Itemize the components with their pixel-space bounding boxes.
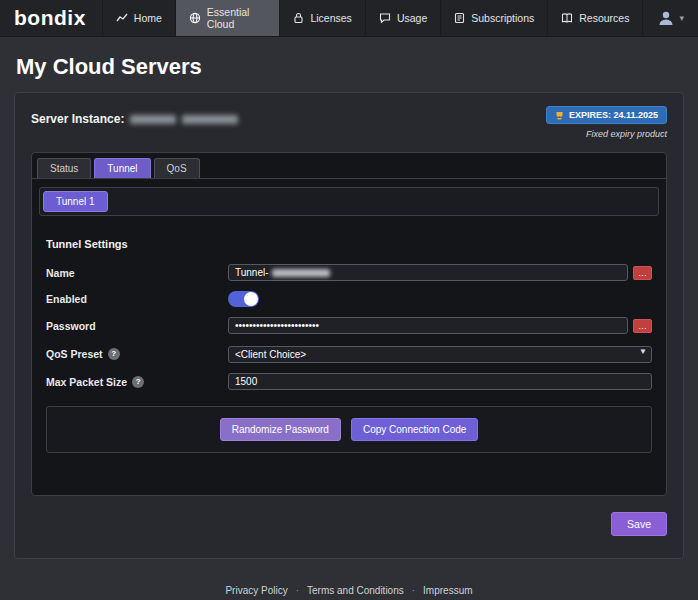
footer-link-impressum[interactable]: Impressum bbox=[423, 585, 472, 596]
server-instance-label: Server Instance: bbox=[31, 112, 124, 126]
redacted-name-value bbox=[272, 269, 330, 277]
footer-link-terms[interactable]: Terms and Conditions bbox=[307, 585, 404, 596]
enabled-row: Enabled bbox=[46, 291, 652, 307]
chart-icon bbox=[116, 12, 128, 24]
name-input[interactable]: Tunnel- bbox=[228, 264, 628, 281]
help-icon[interactable]: ? bbox=[108, 348, 120, 360]
trophy-icon bbox=[555, 111, 564, 120]
save-row: Save bbox=[31, 512, 667, 536]
chevron-down-icon: ▾ bbox=[679, 13, 684, 23]
tunnel-settings-form: Tunnel Settings Name Tunnel- … Enabled bbox=[32, 224, 666, 390]
password-label: Password bbox=[46, 320, 228, 332]
help-icon[interactable]: ? bbox=[132, 376, 144, 388]
list-icon bbox=[454, 12, 465, 24]
subtab-tunnel-1[interactable]: Tunnel 1 bbox=[43, 191, 108, 212]
enabled-label: Enabled bbox=[46, 293, 228, 305]
nav-item-usage[interactable]: Usage bbox=[365, 0, 440, 36]
expires-badge-text: EXPIRES: 24.11.2025 bbox=[569, 110, 658, 120]
brand-logo[interactable]: bondix bbox=[0, 0, 102, 36]
expiry-info: EXPIRES: 24.11.2025 Fixed expiry product bbox=[546, 106, 667, 139]
avatar bbox=[657, 9, 675, 27]
footer-link-privacy-policy[interactable]: Privacy Policy bbox=[225, 585, 287, 596]
footer: Privacy Policy · Terms and Conditions · … bbox=[14, 585, 684, 596]
book-icon bbox=[561, 12, 573, 24]
name-more-button[interactable]: … bbox=[633, 266, 652, 280]
save-button[interactable]: Save bbox=[611, 512, 667, 536]
lock-icon bbox=[293, 12, 304, 24]
expires-badge: EXPIRES: 24.11.2025 bbox=[546, 106, 667, 124]
nav-label: Home bbox=[134, 12, 162, 24]
server-card-header: Server Instance: EXPIRES: 24.11.2025 Fix… bbox=[31, 106, 667, 139]
page-content: My Cloud Servers Server Instance: EXPIRE… bbox=[0, 54, 698, 596]
nav-item-home[interactable]: Home bbox=[102, 0, 175, 36]
tunnel-panel: Status Tunnel QoS Tunnel 1 Tunnel Settin… bbox=[31, 152, 667, 496]
chat-icon bbox=[379, 12, 391, 24]
nav-label: Resources bbox=[579, 12, 629, 24]
enabled-toggle[interactable] bbox=[228, 291, 259, 307]
max-packet-size-input[interactable] bbox=[228, 373, 652, 390]
name-label: Name bbox=[46, 267, 228, 279]
qos-preset-row: QoS Preset ? <Client Choice> ▼ bbox=[46, 344, 652, 363]
nav-items: Home Essential Cloud Licenses Usage Subs… bbox=[102, 0, 644, 36]
toggle-knob bbox=[244, 292, 258, 306]
max-packet-size-row: Max Packet Size ? bbox=[46, 373, 652, 390]
name-row: Name Tunnel- … bbox=[46, 264, 652, 281]
server-instance: Server Instance: bbox=[31, 106, 238, 126]
max-packet-size-label: Max Packet Size bbox=[46, 376, 127, 388]
separator: · bbox=[412, 585, 415, 596]
server-card: Server Instance: EXPIRES: 24.11.2025 Fix… bbox=[14, 92, 684, 559]
password-actions-panel: Randomize Password Copy Connection Code bbox=[46, 406, 652, 453]
copy-connection-code-button[interactable]: Copy Connection Code bbox=[351, 418, 478, 441]
tab-bar: Status Tunnel QoS bbox=[32, 153, 666, 179]
user-menu[interactable]: ▾ bbox=[643, 0, 698, 36]
expiry-note: Fixed expiry product bbox=[586, 129, 667, 139]
section-title: Tunnel Settings bbox=[46, 238, 652, 250]
nav-label: Usage bbox=[397, 12, 427, 24]
navbar: bondix Home Essential Cloud Licenses Usa… bbox=[0, 0, 698, 37]
password-row: Password … bbox=[46, 317, 652, 334]
tab-status[interactable]: Status bbox=[37, 158, 91, 178]
nav-label: Licenses bbox=[310, 12, 351, 24]
nav-item-resources[interactable]: Resources bbox=[547, 0, 643, 36]
globe-icon bbox=[189, 12, 201, 24]
qos-preset-label: QoS Preset bbox=[46, 348, 103, 360]
nav-label: Essential Cloud bbox=[207, 6, 267, 30]
nav-item-licenses[interactable]: Licenses bbox=[279, 0, 364, 36]
name-value-prefix: Tunnel- bbox=[235, 267, 269, 278]
randomize-password-button[interactable]: Randomize Password bbox=[220, 418, 341, 441]
tab-qos[interactable]: QoS bbox=[154, 158, 200, 178]
redacted-instance-name bbox=[130, 115, 176, 124]
subtab-bar: Tunnel 1 bbox=[39, 187, 659, 216]
separator: · bbox=[296, 585, 299, 596]
nav-item-essential-cloud[interactable]: Essential Cloud bbox=[175, 0, 280, 36]
password-input[interactable] bbox=[228, 317, 628, 334]
qos-preset-select[interactable]: <Client Choice> bbox=[228, 346, 652, 363]
nav-item-subscriptions[interactable]: Subscriptions bbox=[440, 0, 547, 36]
password-more-button[interactable]: … bbox=[633, 319, 652, 333]
tab-tunnel[interactable]: Tunnel bbox=[94, 158, 150, 178]
page-title: My Cloud Servers bbox=[16, 54, 684, 80]
nav-label: Subscriptions bbox=[471, 12, 534, 24]
redacted-instance-name bbox=[182, 115, 238, 124]
